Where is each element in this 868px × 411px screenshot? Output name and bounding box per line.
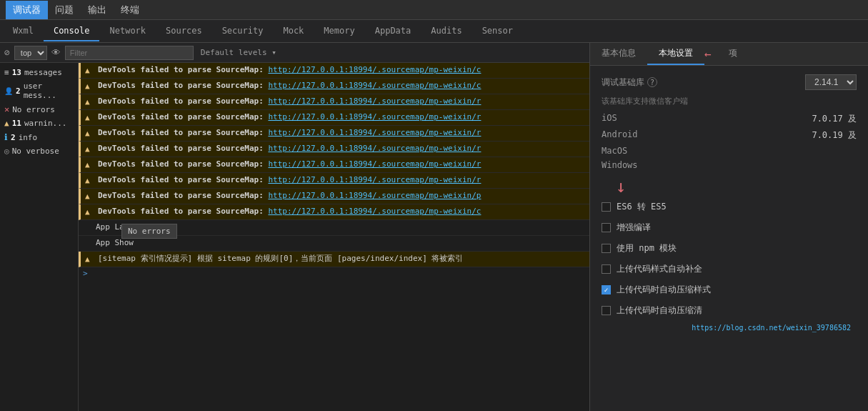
entry-text: DevTools failed to parse SourceMap: http… — [98, 159, 585, 170]
circle-stop-icon[interactable]: ⊘ — [4, 47, 10, 58]
sourcemap-link[interactable]: http://127.0.0.1:18994/.sourcemap/mp-wei… — [268, 175, 481, 184]
sidebar-info[interactable]: ℹ 2 info — [0, 130, 78, 144]
user-count: 2 — [16, 86, 21, 96]
tab-sensor[interactable]: Sensor — [472, 21, 523, 41]
sidebar-messages[interactable]: ≡ 13 messages — [0, 66, 78, 79]
entry-text: DevTools failed to parse SourceMap: http… — [98, 143, 585, 154]
filter-input[interactable] — [65, 46, 194, 60]
sourcemap-link[interactable]: http://127.0.0.1:18994/.sourcemap/mp-wei… — [268, 128, 481, 137]
es6-checkbox-row: ES6 转 ES5 — [602, 199, 857, 214]
menu-item-terminal[interactable]: 终端 — [114, 1, 146, 19]
sourcemap-link[interactable]: http://127.0.0.1:18994/.sourcemap/mp-wei… — [268, 65, 481, 74]
entry-text: [sitemap 索引情况提示] 根据 sitemap 的规则[0]，当前页面 … — [98, 253, 585, 264]
windows-row: Windows — [602, 158, 857, 172]
tab-mock[interactable]: Mock — [273, 21, 314, 41]
context-selector[interactable]: top — [14, 46, 47, 60]
menu-item-debugger[interactable]: 调试器 — [6, 1, 48, 19]
red-arrow-indicator: ↓ — [616, 177, 857, 197]
sourcemap-link[interactable]: http://127.0.0.1:18994/.sourcemap/mp-wei… — [268, 96, 481, 106]
es6-label: ES6 转 ES5 — [617, 201, 667, 213]
watermark: https://blog.csdn.net/weixin_39786582 — [602, 324, 857, 332]
enhance-compile-checkbox[interactable] — [602, 223, 611, 232]
npm-checkbox[interactable] — [602, 244, 611, 253]
sourcemap-link[interactable]: http://127.0.0.1:18994/.sourcemap/mp-wei… — [268, 81, 481, 90]
warn-icon: ▲ — [85, 175, 95, 187]
warn-icon: ▲ — [85, 254, 95, 265]
tab-network[interactable]: Network — [99, 21, 156, 41]
entry-text: App Show — [96, 237, 585, 249]
console-area: ⊘ top 👁 Default levels ▾ ≡ 13 messages — [0, 43, 589, 411]
error-icon: ✕ — [4, 104, 9, 114]
tab-wxml[interactable]: Wxml — [3, 21, 44, 41]
macos-label: MacOS — [602, 146, 627, 156]
console-entry: ▲ DevTools failed to parse SourceMap: ht… — [79, 142, 589, 157]
warn-icon: ▲ — [85, 112, 95, 124]
menu-bar: 调试器 问题 输出 终端 — [0, 0, 868, 20]
tab-security[interactable]: Security — [212, 21, 274, 41]
tab-sources[interactable]: Sources — [156, 21, 212, 41]
default-levels-selector[interactable]: Default levels ▾ — [198, 46, 279, 59]
ios-label: iOS — [602, 113, 617, 125]
ios-row: iOS 7.0.17 及 — [602, 111, 857, 127]
tab-audits[interactable]: Audits — [421, 21, 472, 41]
sidebar-user-messages[interactable]: 👤 2 user mess... — [0, 79, 78, 102]
sourcemap-link[interactable]: http://127.0.0.1:18994/.sourcemap/mp-wei… — [268, 191, 481, 200]
enhance-compile-checkbox-row: 增强编译 — [602, 220, 857, 235]
console-prompt[interactable]: > — [79, 267, 589, 279]
style-autocomplete-checkbox[interactable] — [602, 264, 611, 274]
es6-checkbox[interactable] — [602, 202, 611, 212]
tab-memory[interactable]: Memory — [314, 21, 364, 41]
console-body: ≡ 13 messages 👤 2 user mess... ✕ No erro… — [0, 63, 589, 411]
console-entry: ▲ DevTools failed to parse SourceMap: ht… — [79, 79, 589, 94]
macos-row: MacOS — [602, 144, 857, 158]
info-entry-icon — [83, 222, 93, 234]
entry-text: DevTools failed to parse SourceMap: http… — [98, 64, 585, 76]
entry-text: DevTools failed to parse SourceMap: http… — [98, 127, 585, 139]
sidebar-warnings[interactable]: ▲ 11 warnin... — [0, 117, 78, 130]
right-tab-local-settings[interactable]: 本地设置 — [647, 43, 704, 65]
right-tab-more[interactable]: 项 — [717, 43, 749, 65]
sourcemap-link[interactable]: http://127.0.0.1:18994/.sourcemap/mp-wei… — [268, 207, 481, 216]
tab-bar: Wxml Console Network Sources Security Mo… — [0, 20, 868, 43]
right-tab-basic-info[interactable]: 基本信息 — [590, 43, 647, 65]
console-log[interactable]: No errors ▲ DevTools failed to parse Sou… — [79, 63, 589, 411]
console-entry: ▲ DevTools failed to parse SourceMap: ht… — [79, 126, 589, 142]
warnings-count: 11 — [12, 119, 21, 128]
tab-console[interactable]: Console — [44, 21, 100, 41]
auto-compress-script-checkbox[interactable] — [602, 306, 611, 315]
entry-text: DevTools failed to parse SourceMap: http… — [98, 80, 585, 91]
debug-lib-help-icon[interactable]: ? — [647, 77, 657, 87]
menu-item-output[interactable]: 输出 — [81, 1, 114, 19]
warn-icon: ▲ — [85, 191, 95, 202]
sidebar-no-errors[interactable]: ✕ No errors — [0, 102, 78, 117]
debug-lib-label: 调试基础库 ? — [602, 76, 657, 89]
warn-icon: ▲ — [85, 159, 95, 171]
sourcemap-link[interactable]: http://127.0.0.1:18994/.sourcemap/mp-wei… — [268, 144, 481, 153]
messages-count: 13 — [12, 68, 21, 77]
sourcemap-link[interactable]: http://127.0.0.1:18994/.sourcemap/mp-wei… — [268, 112, 481, 122]
menu-item-issues[interactable]: 问题 — [48, 1, 81, 19]
warn-icon: ▲ — [85, 207, 95, 218]
main-layout: ⊘ top 👁 Default levels ▾ ≡ 13 messages — [0, 43, 868, 411]
entry-text: DevTools failed to parse SourceMap: http… — [98, 112, 585, 123]
tab-appdata[interactable]: AppData — [365, 21, 421, 41]
right-panel-tabs: 基本信息 本地设置 ← 项 — [590, 43, 868, 66]
info-icon: ℹ — [4, 132, 8, 142]
left-sidebar: ≡ 13 messages 👤 2 user mess... ✕ No erro… — [0, 63, 79, 411]
auto-compress-style-checkbox[interactable] — [602, 285, 611, 294]
debug-lib-row: 调试基础库 ? 2.14.1 — [602, 74, 857, 90]
windows-label: Windows — [602, 160, 638, 170]
sourcemap-link[interactable]: http://127.0.0.1:18994/.sourcemap/mp-wei… — [268, 159, 481, 169]
sidebar-no-verbose[interactable]: ◎ No verbose — [0, 144, 78, 158]
entry-text: DevTools failed to parse SourceMap: http… — [98, 96, 585, 107]
settings-arrow-icon: ← — [704, 47, 712, 61]
entry-text: DevTools failed to parse SourceMap: http… — [98, 190, 585, 202]
npm-checkbox-row: 使用 npm 模块 — [602, 241, 857, 256]
console-entry: ▲ DevTools failed to parse SourceMap: ht… — [79, 63, 589, 79]
eye-icon[interactable]: 👁 — [51, 47, 61, 58]
version-selector[interactable]: 2.14.1 — [805, 74, 857, 90]
ios-version: 7.0.17 及 — [812, 113, 857, 125]
no-verbose-label: No verbose — [12, 147, 59, 156]
right-panel: 基本信息 本地设置 ← 项 调试基础库 ? 2.14.1 — [589, 43, 868, 411]
warn-icon: ▲ — [85, 144, 95, 155]
